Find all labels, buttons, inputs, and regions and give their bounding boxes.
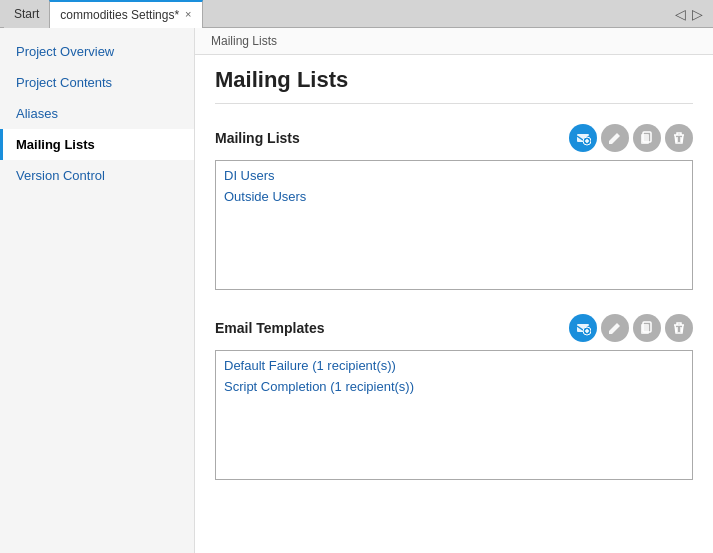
mailing-lists-icons <box>569 124 693 152</box>
list-item[interactable]: Default Failure (1 recipient(s)) <box>216 355 692 376</box>
add-template-icon[interactable] <box>569 314 597 342</box>
page-title: Mailing Lists <box>215 67 693 104</box>
breadcrumb: Mailing Lists <box>195 28 713 55</box>
delete-template-icon[interactable] <box>665 314 693 342</box>
email-templates-icons <box>569 314 693 342</box>
edit-template-icon[interactable] <box>601 314 629 342</box>
close-tab-button[interactable]: × <box>185 9 191 20</box>
list-item[interactable]: Script Completion (1 recipient(s)) <box>216 376 692 397</box>
sidebar-item-version-control[interactable]: Version Control <box>0 160 194 191</box>
delete-mailing-icon[interactable] <box>665 124 693 152</box>
start-tab[interactable]: Start <box>4 0 49 28</box>
content-area: Mailing Lists Mailing Lists Mailing List… <box>195 28 713 553</box>
copy-template-icon[interactable] <box>633 314 661 342</box>
list-item[interactable]: DI Users <box>216 165 692 186</box>
sidebar-item-project-contents[interactable]: Project Contents <box>0 67 194 98</box>
active-tab-label: commodities Settings* <box>60 8 179 22</box>
add-mailing-icon[interactable] <box>569 124 597 152</box>
sidebar-item-project-overview[interactable]: Project Overview <box>0 36 194 67</box>
sidebar-item-aliases[interactable]: Aliases <box>0 98 194 129</box>
active-tab[interactable]: commodities Settings* × <box>49 0 202 28</box>
edit-mailing-icon[interactable] <box>601 124 629 152</box>
main-layout: Project Overview Project Contents Aliase… <box>0 28 713 553</box>
mailing-lists-section: Mailing Lists <box>215 124 693 290</box>
nav-arrows: ◁ ▷ <box>669 6 709 22</box>
copy-mailing-icon[interactable] <box>633 124 661 152</box>
email-templates-box: Default Failure (1 recipient(s)) Script … <box>215 350 693 480</box>
mailing-lists-header: Mailing Lists <box>215 124 693 152</box>
email-templates-header: Email Templates <box>215 314 693 342</box>
sidebar: Project Overview Project Contents Aliase… <box>0 28 195 553</box>
mailing-lists-box: DI Users Outside Users <box>215 160 693 290</box>
svg-rect-11 <box>641 324 649 334</box>
email-templates-section: Email Templates <box>215 314 693 480</box>
sidebar-item-mailing-lists[interactable]: Mailing Lists <box>0 129 194 160</box>
svg-rect-5 <box>641 134 649 144</box>
email-templates-title: Email Templates <box>215 320 569 336</box>
page-content: Mailing Lists Mailing Lists <box>195 55 713 516</box>
nav-left-arrow[interactable]: ◁ <box>673 6 688 22</box>
mailing-lists-title: Mailing Lists <box>215 130 569 146</box>
title-bar: Start commodities Settings* × ◁ ▷ <box>0 0 713 28</box>
nav-right-arrow[interactable]: ▷ <box>690 6 705 22</box>
list-item[interactable]: Outside Users <box>216 186 692 207</box>
